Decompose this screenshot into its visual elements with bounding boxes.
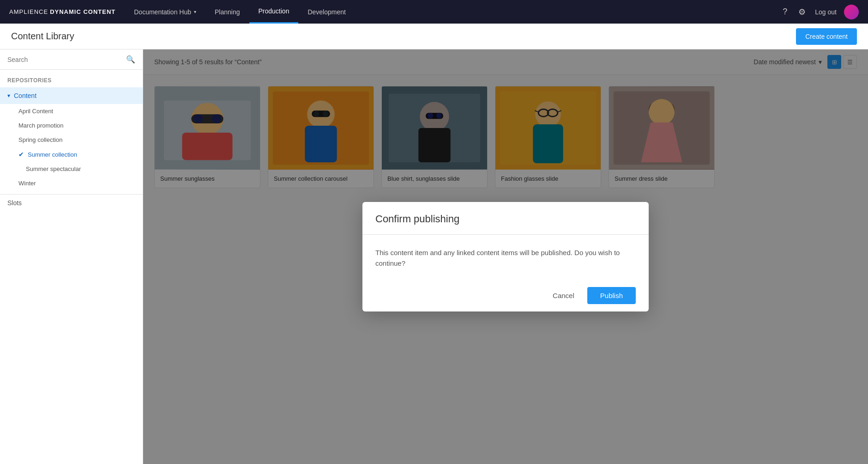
sidebar-item-march-promotion[interactable]: March promotion (0, 118, 143, 133)
top-nav: AMPLIENCE DYNAMIC CONTENT Documentation … (0, 0, 868, 24)
sidebar-summer-collection-label: Summer collection (28, 151, 77, 158)
nav-item-production[interactable]: Production (249, 0, 299, 24)
dialog-footer: Cancel Publish (362, 280, 649, 311)
sidebar: 🔍 Repositories ▾ Content April Content M… (0, 49, 143, 464)
search-input[interactable] (7, 56, 126, 63)
dialog-title: Confirm publishing (375, 213, 636, 225)
confirm-publish-dialog: Confirm publishing This content item and… (362, 202, 649, 311)
help-button[interactable]: ? (781, 5, 789, 18)
brand-amplience: AMPLIENCE (9, 8, 48, 15)
nav-item-planning[interactable]: Planning (205, 0, 249, 24)
publish-button[interactable]: Publish (587, 287, 636, 304)
sidebar-summer-spectacular-label: Summer spectacular (26, 165, 81, 172)
repositories-label: Repositories (0, 70, 143, 87)
nav-item-production-label: Production (259, 7, 289, 15)
chevron-down-icon: ▾ (194, 9, 196, 14)
dialog-message: This content item and any linked content… (375, 248, 636, 269)
sidebar-item-summer-spectacular[interactable]: Summer spectacular (0, 162, 143, 176)
main-layout: 🔍 Repositories ▾ Content April Content M… (0, 49, 868, 464)
sidebar-item-april-content[interactable]: April Content (0, 104, 143, 118)
create-content-button[interactable]: Create content (796, 28, 857, 45)
sidebar-item-summer-collection[interactable]: ✔ Summer collection (0, 147, 143, 162)
nav-right: ? ⚙ Log out (772, 5, 868, 19)
nav-links: Documentation Hub ▾ Planning Production … (125, 0, 772, 24)
sidebar-item-spring-collection[interactable]: Spring collection (0, 133, 143, 147)
cancel-button[interactable]: Cancel (545, 287, 582, 304)
header-bar: Content Library Create content (0, 24, 868, 49)
sidebar-slots-label: Slots (7, 199, 22, 207)
sidebar-april-content-label: April Content (18, 108, 53, 115)
check-icon: ✔ (18, 151, 24, 158)
sidebar-content-label: Content (14, 92, 36, 99)
modal-overlay: Confirm publishing This content item and… (143, 49, 868, 464)
sidebar-march-promotion-label: March promotion (18, 122, 64, 129)
search-box: 🔍 (0, 49, 143, 70)
dialog-header: Confirm publishing (362, 202, 649, 235)
brand-dynamic: DYNAMIC CONTENT (50, 8, 115, 15)
dialog-body: This content item and any linked content… (362, 235, 649, 280)
content-area: Content Library Create content 🔍 Reposit… (0, 24, 868, 464)
sidebar-item-content[interactable]: ▾ Content (0, 87, 143, 104)
chevron-down-icon: ▾ (7, 92, 10, 99)
nav-item-development[interactable]: Development (298, 0, 355, 24)
nav-item-development-label: Development (307, 8, 346, 16)
nav-item-documentation[interactable]: Documentation Hub ▾ (125, 0, 205, 24)
nav-item-planning-label: Planning (215, 8, 240, 16)
page-title: Content Library (11, 31, 74, 42)
nav-item-documentation-label: Documentation Hub (134, 8, 191, 16)
main-content: Showing 1-5 of 5 results for “Content” D… (143, 49, 868, 464)
logout-button[interactable]: Log out (815, 8, 837, 16)
sidebar-item-slots[interactable]: Slots (0, 195, 143, 211)
slots-section: Slots (0, 194, 143, 211)
search-icon: 🔍 (126, 55, 135, 64)
brand: AMPLIENCE DYNAMIC CONTENT (0, 0, 125, 24)
avatar (844, 5, 859, 19)
sidebar-winter-label: Winter (18, 180, 36, 187)
sidebar-item-winter[interactable]: Winter (0, 176, 143, 190)
settings-button[interactable]: ⚙ (796, 5, 808, 19)
sidebar-spring-collection-label: Spring collection (18, 136, 62, 143)
